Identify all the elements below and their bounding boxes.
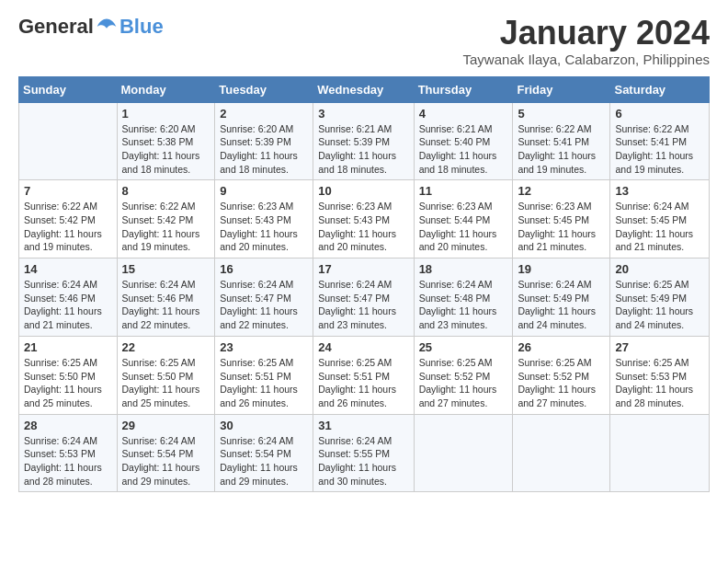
calendar-cell: 2Sunrise: 6:20 AMSunset: 5:39 PMDaylight… xyxy=(215,102,313,180)
day-info: Sunrise: 6:25 AMSunset: 5:51 PMDaylight:… xyxy=(318,356,408,410)
calendar-cell: 19Sunrise: 6:24 AMSunset: 5:49 PMDayligh… xyxy=(513,259,610,337)
day-info: Sunrise: 6:20 AMSunset: 5:39 PMDaylight:… xyxy=(220,122,308,177)
day-info: Sunrise: 6:22 AMSunset: 5:41 PMDaylight:… xyxy=(615,122,704,177)
title-area: January 2024 Taywanak Ilaya, Calabarzon,… xyxy=(463,15,710,67)
day-number: 23 xyxy=(220,340,308,354)
week-row-1: 1Sunrise: 6:20 AMSunset: 5:38 PMDaylight… xyxy=(19,102,710,180)
calendar-table: SundayMondayTuesdayWednesdayThursdayFrid… xyxy=(18,76,710,493)
calendar-cell: 6Sunrise: 6:22 AMSunset: 5:41 PMDaylight… xyxy=(610,102,710,180)
day-number: 11 xyxy=(419,184,508,198)
day-info: Sunrise: 6:24 AMSunset: 5:45 PMDaylight:… xyxy=(615,200,704,254)
day-info: Sunrise: 6:20 AMSunset: 5:38 PMDaylight:… xyxy=(122,122,210,177)
day-number: 3 xyxy=(318,107,408,121)
day-info: Sunrise: 6:25 AMSunset: 5:49 PMDaylight:… xyxy=(615,278,704,332)
day-info: Sunrise: 6:23 AMSunset: 5:43 PMDaylight:… xyxy=(318,200,408,254)
day-info: Sunrise: 6:23 AMSunset: 5:43 PMDaylight:… xyxy=(220,200,308,254)
day-info: Sunrise: 6:24 AMSunset: 5:49 PMDaylight:… xyxy=(518,278,605,332)
day-number: 14 xyxy=(24,262,112,276)
day-info: Sunrise: 6:25 AMSunset: 5:53 PMDaylight:… xyxy=(615,356,704,410)
calendar-cell: 22Sunrise: 6:25 AMSunset: 5:50 PMDayligh… xyxy=(117,336,215,414)
month-title: January 2024 xyxy=(463,15,710,52)
day-number: 20 xyxy=(615,262,704,276)
week-row-4: 21Sunrise: 6:25 AMSunset: 5:50 PMDayligh… xyxy=(19,336,710,414)
day-number: 15 xyxy=(122,262,210,276)
calendar-cell: 25Sunrise: 6:25 AMSunset: 5:52 PMDayligh… xyxy=(414,336,513,414)
logo-general: General xyxy=(18,15,94,39)
day-number: 16 xyxy=(220,262,308,276)
day-info: Sunrise: 6:24 AMSunset: 5:46 PMDaylight:… xyxy=(24,278,112,332)
week-row-5: 28Sunrise: 6:24 AMSunset: 5:53 PMDayligh… xyxy=(19,414,710,492)
calendar-cell: 9Sunrise: 6:23 AMSunset: 5:43 PMDaylight… xyxy=(215,180,313,259)
calendar-cell: 23Sunrise: 6:25 AMSunset: 5:51 PMDayligh… xyxy=(215,336,313,414)
header-saturday: Saturday xyxy=(610,76,710,102)
calendar-cell: 13Sunrise: 6:24 AMSunset: 5:45 PMDayligh… xyxy=(610,180,710,259)
day-info: Sunrise: 6:25 AMSunset: 5:50 PMDaylight:… xyxy=(122,356,210,410)
calendar-cell: 26Sunrise: 6:25 AMSunset: 5:52 PMDayligh… xyxy=(513,336,610,414)
day-info: Sunrise: 6:25 AMSunset: 5:52 PMDaylight:… xyxy=(518,356,605,410)
day-number: 25 xyxy=(419,340,508,354)
day-info: Sunrise: 6:24 AMSunset: 5:54 PMDaylight:… xyxy=(122,434,210,488)
header-thursday: Thursday xyxy=(414,76,513,102)
day-number: 2 xyxy=(220,107,308,121)
day-info: Sunrise: 6:24 AMSunset: 5:54 PMDaylight:… xyxy=(220,434,308,488)
day-info: Sunrise: 6:24 AMSunset: 5:46 PMDaylight:… xyxy=(122,278,210,332)
calendar-cell: 31Sunrise: 6:24 AMSunset: 5:55 PMDayligh… xyxy=(313,414,414,492)
week-row-2: 7Sunrise: 6:22 AMSunset: 5:42 PMDaylight… xyxy=(19,180,710,259)
calendar-cell: 10Sunrise: 6:23 AMSunset: 5:43 PMDayligh… xyxy=(313,180,414,259)
calendar-cell: 14Sunrise: 6:24 AMSunset: 5:46 PMDayligh… xyxy=(19,259,118,337)
calendar-cell: 5Sunrise: 6:22 AMSunset: 5:41 PMDaylight… xyxy=(513,102,610,180)
logo-bird-icon xyxy=(96,16,118,38)
calendar-cell: 12Sunrise: 6:23 AMSunset: 5:45 PMDayligh… xyxy=(513,180,610,259)
day-number: 13 xyxy=(615,184,704,198)
header: General Blue January 2024 Taywanak Ilaya… xyxy=(18,15,710,67)
calendar-cell: 21Sunrise: 6:25 AMSunset: 5:50 PMDayligh… xyxy=(19,336,118,414)
calendar-cell: 16Sunrise: 6:24 AMSunset: 5:47 PMDayligh… xyxy=(215,259,313,337)
day-number: 28 xyxy=(24,419,112,432)
calendar-cell xyxy=(513,414,610,492)
day-info: Sunrise: 6:25 AMSunset: 5:50 PMDaylight:… xyxy=(24,356,112,410)
calendar-cell: 30Sunrise: 6:24 AMSunset: 5:54 PMDayligh… xyxy=(215,414,313,492)
calendar-cell xyxy=(19,102,118,180)
calendar-cell: 11Sunrise: 6:23 AMSunset: 5:44 PMDayligh… xyxy=(414,180,513,259)
calendar-cell: 7Sunrise: 6:22 AMSunset: 5:42 PMDaylight… xyxy=(19,180,118,259)
day-info: Sunrise: 6:24 AMSunset: 5:47 PMDaylight:… xyxy=(318,278,408,332)
day-info: Sunrise: 6:24 AMSunset: 5:47 PMDaylight:… xyxy=(220,278,308,332)
day-number: 19 xyxy=(518,262,605,276)
day-number: 12 xyxy=(518,184,605,198)
logo-blue: Blue xyxy=(119,15,164,39)
calendar-cell: 20Sunrise: 6:25 AMSunset: 5:49 PMDayligh… xyxy=(610,259,710,337)
header-sunday: Sunday xyxy=(19,76,118,102)
header-wednesday: Wednesday xyxy=(313,76,414,102)
day-number: 5 xyxy=(518,107,605,121)
day-info: Sunrise: 6:25 AMSunset: 5:52 PMDaylight:… xyxy=(419,356,508,410)
day-number: 18 xyxy=(419,262,508,276)
day-number: 9 xyxy=(220,184,308,198)
calendar-cell: 1Sunrise: 6:20 AMSunset: 5:38 PMDaylight… xyxy=(117,102,215,180)
day-number: 22 xyxy=(122,340,210,354)
calendar-cell: 27Sunrise: 6:25 AMSunset: 5:53 PMDayligh… xyxy=(610,336,710,414)
day-info: Sunrise: 6:21 AMSunset: 5:39 PMDaylight:… xyxy=(318,122,408,177)
day-number: 30 xyxy=(220,419,308,432)
calendar-cell: 24Sunrise: 6:25 AMSunset: 5:51 PMDayligh… xyxy=(313,336,414,414)
header-monday: Monday xyxy=(117,76,215,102)
day-number: 31 xyxy=(318,419,408,432)
calendar-cell: 4Sunrise: 6:21 AMSunset: 5:40 PMDaylight… xyxy=(414,102,513,180)
day-number: 24 xyxy=(318,340,408,354)
day-info: Sunrise: 6:24 AMSunset: 5:53 PMDaylight:… xyxy=(24,434,112,488)
location-title: Taywanak Ilaya, Calabarzon, Philippines xyxy=(463,52,710,67)
calendar-cell: 17Sunrise: 6:24 AMSunset: 5:47 PMDayligh… xyxy=(313,259,414,337)
day-number: 17 xyxy=(318,262,408,276)
calendar-cell: 29Sunrise: 6:24 AMSunset: 5:54 PMDayligh… xyxy=(117,414,215,492)
day-number: 27 xyxy=(615,340,704,354)
day-number: 29 xyxy=(122,419,210,432)
day-info: Sunrise: 6:24 AMSunset: 5:48 PMDaylight:… xyxy=(419,278,508,332)
day-number: 26 xyxy=(518,340,605,354)
calendar-header-row: SundayMondayTuesdayWednesdayThursdayFrid… xyxy=(19,76,710,102)
day-info: Sunrise: 6:21 AMSunset: 5:40 PMDaylight:… xyxy=(419,122,508,177)
day-number: 7 xyxy=(24,184,112,198)
week-row-3: 14Sunrise: 6:24 AMSunset: 5:46 PMDayligh… xyxy=(19,259,710,337)
day-info: Sunrise: 6:22 AMSunset: 5:42 PMDaylight:… xyxy=(122,200,210,254)
day-info: Sunrise: 6:22 AMSunset: 5:42 PMDaylight:… xyxy=(24,200,112,254)
calendar-cell xyxy=(414,414,513,492)
calendar-cell: 8Sunrise: 6:22 AMSunset: 5:42 PMDaylight… xyxy=(117,180,215,259)
